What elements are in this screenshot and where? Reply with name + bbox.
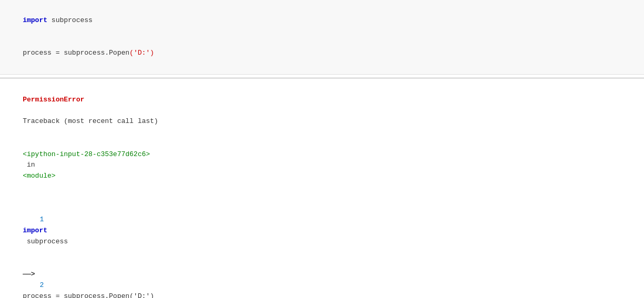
traceback-line1: 1 import subprocess bbox=[6, 193, 638, 259]
ipython-ref-line: <ipython-input-28-c353e77d62c6> in <modu… bbox=[6, 138, 638, 193]
error-type-label: PermissionError bbox=[23, 96, 84, 104]
module-ref: <module> bbox=[23, 172, 55, 180]
popen-func: Popen bbox=[109, 49, 129, 57]
line-num-2: 2 bbox=[23, 280, 44, 291]
import-kw-tb: import bbox=[23, 227, 47, 234]
line-num-1: 1 bbox=[23, 214, 44, 225]
error-header-line: PermissionError Traceback (most recent c… bbox=[6, 84, 638, 138]
subprocess-text: subprocess bbox=[23, 238, 68, 245]
code-line-2: process = subprocess.Popen('D:') bbox=[6, 37, 638, 69]
dot: . bbox=[105, 49, 109, 57]
ipython-input-ref: <ipython-input-28-c353e77d62c6> bbox=[23, 150, 150, 158]
var-process: process bbox=[23, 49, 52, 57]
import-rest: subprocess bbox=[47, 16, 93, 24]
eq-sign: = bbox=[52, 49, 64, 57]
initial-code-block: import subprocess process = subprocess.P… bbox=[0, 0, 644, 75]
indent-spaces bbox=[23, 205, 47, 213]
in-text-1: in bbox=[23, 161, 39, 169]
popen-arg: ('D:') bbox=[129, 49, 154, 57]
import-keyword: import bbox=[23, 16, 47, 24]
module-subprocess: subprocess bbox=[64, 49, 105, 57]
arrow-code: process = subprocess.Popen('D:') bbox=[23, 292, 154, 298]
traceback-section: PermissionError Traceback (most recent c… bbox=[0, 81, 644, 298]
arrow-1: ——> bbox=[23, 270, 39, 278]
traceback-label: Traceback (most recent call last) bbox=[23, 117, 158, 125]
divider-line bbox=[0, 78, 644, 78]
code-line-1: import subprocess bbox=[6, 4, 638, 37]
traceback-arrow-line: ——> 2 process = subprocess.Popen('D:') bbox=[6, 259, 638, 298]
